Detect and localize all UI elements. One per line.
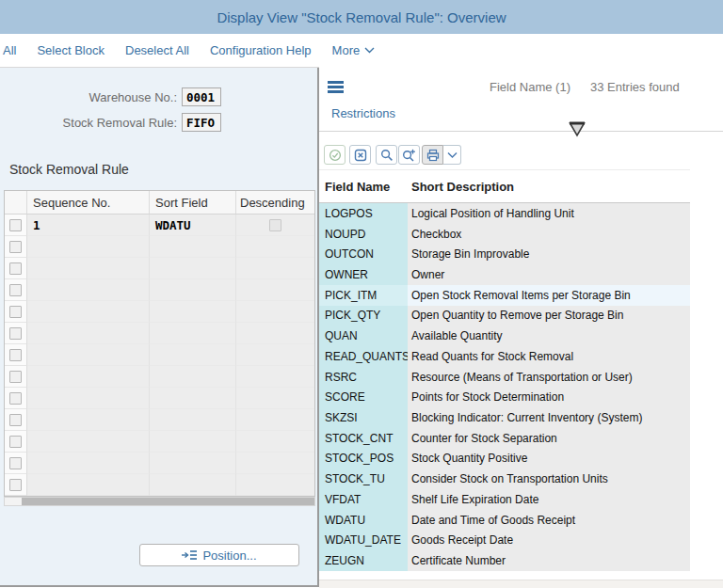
sequence-row — [5, 431, 314, 453]
cancel-button[interactable] — [349, 145, 371, 165]
field-row[interactable]: WDATUDate and Time of Goods Receipt — [319, 510, 690, 531]
sort-field-cell[interactable] — [150, 301, 236, 323]
menu-burger-icon[interactable] — [328, 81, 344, 96]
print-button[interactable] — [422, 145, 443, 165]
field-row[interactable]: WDATU_DATEGoods Receipt Date — [319, 531, 690, 551]
sequence-no-cell[interactable] — [27, 236, 150, 258]
row-select-checkbox[interactable] — [9, 219, 22, 231]
field-row[interactable]: STOCK_POSStock Quantity Positive — [319, 449, 690, 469]
row-selector-cell — [5, 388, 27, 409]
sequence-no-cell[interactable] — [27, 474, 150, 496]
field-row[interactable]: LOGPOSLogical Position of Handling Unit — [319, 203, 690, 224]
sort-field-cell[interactable]: WDATU — [150, 215, 236, 236]
sort-field-cell[interactable] — [150, 323, 236, 344]
position-button-label: Position... — [202, 548, 256, 563]
sequence-row: 1WDATU — [5, 215, 314, 236]
more-label: More — [332, 43, 361, 57]
field-row[interactable]: SKZSIBlocking Indicator: Current Invento… — [319, 407, 690, 428]
row-select-checkbox[interactable] — [9, 349, 22, 361]
row-select-checkbox[interactable] — [9, 262, 22, 275]
row-selector-cell — [5, 258, 27, 279]
sort-field-cell[interactable] — [150, 431, 236, 453]
sequence-no-cell[interactable]: 1 — [27, 215, 150, 236]
stock-removal-rule-field[interactable]: FIFO — [182, 113, 221, 132]
row-selector-cell — [5, 236, 27, 258]
field-row[interactable]: VFDATShelf Life Expiration Date — [319, 489, 690, 510]
horizontal-scrollbar-thumb[interactable] — [22, 498, 314, 505]
accept-button[interactable] — [324, 145, 345, 165]
field-row[interactable]: OUTCONStorage Bin Improvable — [319, 244, 690, 264]
field-row[interactable]: SCOREPoints for Stock Determination — [319, 387, 690, 407]
row-select-checkbox[interactable] — [9, 414, 22, 426]
field-row[interactable]: PICK_ITMOpen Stock Removal Items per Sto… — [319, 285, 690, 306]
position-button[interactable]: Position... — [139, 544, 299, 566]
warehouse-no-field[interactable]: 0001 — [182, 87, 221, 106]
warehouse-no-label: Warehouse No.: — [0, 90, 177, 104]
field-row[interactable]: RSRCResource (Means of Transportation or… — [319, 367, 690, 388]
menu-item-select-block[interactable]: Select Block — [37, 43, 104, 57]
sequence-no-cell[interactable] — [27, 388, 150, 409]
sequence-row — [5, 344, 314, 366]
search-more-button[interactable] — [398, 145, 420, 165]
sort-field-cell[interactable] — [150, 258, 236, 279]
select-all-column-header[interactable] — [5, 191, 27, 214]
row-selector-cell — [5, 301, 27, 323]
menu-item-all[interactable]: All — [3, 43, 16, 57]
sequence-no-cell[interactable] — [27, 344, 150, 366]
descending-cell — [236, 344, 314, 366]
row-select-checkbox[interactable] — [9, 479, 22, 491]
sequence-no-cell[interactable] — [27, 323, 150, 344]
print-options-button[interactable] — [443, 145, 461, 165]
field-row[interactable]: READ_QUANTSRead Quants for Stock Removal — [319, 346, 690, 367]
row-select-checkbox[interactable] — [9, 327, 22, 340]
row-select-checkbox[interactable] — [9, 436, 22, 448]
column-header-sequence-no[interactable]: Sequence No. — [27, 191, 150, 214]
field-row[interactable]: STOCK_CNTCounter for Stock Separation — [319, 428, 690, 449]
restrictions-link[interactable]: Restrictions — [331, 106, 395, 120]
column-header-sort-field[interactable]: Sort Field — [150, 191, 236, 214]
sort-field-cell[interactable] — [150, 236, 236, 258]
field-row[interactable]: OWNEROwner — [319, 264, 690, 285]
sequence-table-body: 1WDATU — [5, 215, 314, 496]
sequence-no-cell[interactable] — [27, 431, 150, 453]
sort-field-cell[interactable] — [150, 409, 236, 431]
row-select-checkbox[interactable] — [9, 457, 22, 469]
horizontal-scrollbar-track[interactable] — [4, 497, 315, 506]
sequence-row — [5, 453, 314, 474]
column-header-field-name[interactable]: Field Name — [319, 180, 408, 194]
row-select-checkbox[interactable] — [9, 241, 22, 253]
sequence-no-cell[interactable] — [27, 301, 150, 323]
menu-item-more[interactable]: More — [332, 43, 376, 57]
field-row[interactable]: QUANAvailable Quantity — [319, 326, 690, 346]
row-select-checkbox[interactable] — [9, 306, 22, 318]
search-button[interactable] — [376, 145, 397, 165]
field-row[interactable]: NOUPDCheckbox — [319, 224, 690, 245]
row-select-checkbox[interactable] — [9, 284, 22, 296]
sequence-no-cell[interactable] — [27, 258, 150, 279]
field-row[interactable]: PICK_QTYOpen Quantity to Remove per Stor… — [319, 306, 690, 326]
field-row[interactable]: STOCK_TUConsider Stock on Transportation… — [319, 469, 690, 489]
sequence-no-cell[interactable] — [27, 453, 150, 474]
field-name-cell: OWNER — [319, 264, 408, 285]
sequence-no-cell[interactable] — [27, 366, 150, 388]
row-select-checkbox[interactable] — [9, 392, 22, 405]
sort-field-cell[interactable] — [150, 279, 236, 301]
menu-item-deselect-all[interactable]: Deselect All — [125, 43, 189, 57]
sequence-no-cell[interactable] — [27, 279, 150, 301]
sequence-no-cell[interactable] — [27, 409, 150, 431]
descending-checkbox[interactable] — [269, 219, 281, 231]
sort-field-cell[interactable] — [150, 474, 236, 496]
menu-item-configuration-help[interactable]: Configuration Help — [210, 43, 312, 57]
descending-cell — [236, 388, 314, 409]
row-select-checkbox[interactable] — [9, 371, 22, 383]
field-row[interactable]: ZEUGNCertificate Number — [319, 550, 690, 571]
column-header-descending[interactable]: Descending — [236, 191, 314, 214]
sort-field-cell[interactable] — [150, 453, 236, 474]
sort-field-cell[interactable] — [150, 388, 236, 409]
descending-cell — [236, 366, 314, 388]
sort-field-cell[interactable] — [150, 344, 236, 366]
field-name-cell: WDATU_DATE — [319, 531, 408, 551]
column-header-short-description[interactable]: Short Description — [408, 180, 690, 194]
sequence-table-header: Sequence No. Sort Field Descending — [5, 191, 314, 215]
sort-field-cell[interactable] — [150, 366, 236, 388]
